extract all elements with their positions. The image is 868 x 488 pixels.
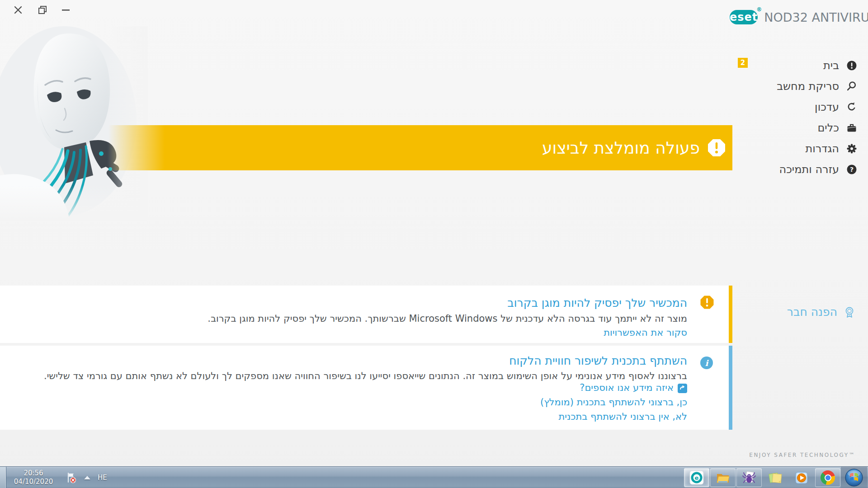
menu-item-update[interactable]: עדכון [694, 97, 857, 117]
taskbar-spider-solitaire-button[interactable] [736, 468, 762, 487]
refer-friend-link[interactable]: הפנה חבר [787, 305, 855, 319]
warning-octagon-icon [700, 295, 714, 311]
briefcase-icon [846, 122, 857, 133]
windows-start-orb-icon [845, 469, 863, 487]
media-player-icon [794, 470, 809, 485]
folder-icon [716, 470, 730, 485]
taskbar-clock[interactable]: 20:56 04/10/2020 [9, 469, 58, 486]
eset-nod32-window: eset ® NOD32 ANTIVIRUS [0, 0, 868, 488]
banner-title: פעולה מומלצת לביצוע [542, 139, 700, 157]
help-icon: ? [846, 164, 857, 175]
join-program-link[interactable]: כן, ברצוני להשתתף בתכנית (מומלץ) [18, 395, 687, 409]
action-center-flag-icon[interactable] [65, 472, 77, 483]
registered-mark: ® [756, 6, 762, 13]
show-desktop-button[interactable] [0, 467, 6, 488]
refresh-icon [846, 102, 857, 113]
product-name: NOD32 ANTIVIRUS [764, 10, 868, 24]
windows-taskbar: 20:56 04/10/2020 HE e [0, 466, 868, 488]
taskbar-chrome-button[interactable] [815, 468, 840, 487]
clock-date: 04/10/2020 [9, 478, 58, 486]
rosette-badge-icon [844, 306, 855, 318]
search-icon [846, 81, 857, 92]
brand-logo: eset ® NOD32 ANTIVIRUS [730, 9, 861, 25]
home-alert-count-badge: 2 [738, 58, 748, 68]
taskbar-explorer-button[interactable] [710, 468, 736, 487]
sticky-notes-icon [768, 470, 783, 485]
menu-item-label: הגדרות [805, 142, 839, 155]
eset-logo: eset ® [730, 10, 758, 24]
decline-program-link[interactable]: לא, אין ברצוני להשתתף בתכנית [18, 410, 687, 423]
warning-octagon-icon [707, 138, 726, 157]
menu-item-label: עזרה ותמיכה [779, 163, 839, 176]
menu-item-computer-scan[interactable]: סריקת מחשב [694, 76, 857, 97]
menu-item-home[interactable]: בית [694, 55, 857, 76]
info-accent-bar [729, 346, 732, 430]
card-body: מוצר זה לא ייתמך עוד בגרסה הלא עדכנית של… [18, 312, 687, 325]
spider-solitaire-icon [742, 470, 756, 485]
what-info-collected-link[interactable]: איזה מידע אנו אוספים? [18, 381, 687, 394]
language-indicator[interactable]: HE [98, 474, 107, 482]
refer-friend-label: הפנה חבר [787, 305, 837, 319]
link-label: איזה מידע אנו אוספים? [580, 381, 674, 394]
recommended-action-banner: פעולה מומלצת לביצוע [108, 125, 732, 170]
svg-text:?: ? [850, 166, 854, 173]
gear-icon [846, 143, 857, 154]
info-circle-icon: i [700, 356, 713, 371]
review-options-link[interactable]: סקור את האפשרויות [18, 326, 687, 339]
notification-card-customer-program: i השתתף בתכנית לשיפור חוויית הלקוח ברצונ… [0, 346, 732, 430]
minimize-icon[interactable] [60, 5, 71, 15]
show-hidden-icons-button[interactable] [84, 476, 90, 479]
warning-accent-bar [729, 286, 732, 343]
eset-logo-text: eset [730, 11, 758, 23]
svg-text:e: e [695, 474, 699, 481]
info-collect-arrow-icon [678, 383, 687, 393]
menu-item-label: סריקת מחשב [777, 80, 839, 93]
restore-icon[interactable] [37, 5, 48, 15]
taskbar-media-player-button[interactable] [789, 468, 814, 487]
start-button[interactable] [841, 467, 867, 488]
close-icon[interactable] [13, 5, 24, 15]
eset-icon: e [689, 470, 704, 485]
taskbar-apps: e [684, 467, 867, 488]
eset-tagline: ENJOY SAFER TECHNOLOGY™ [749, 452, 855, 458]
eset-robot-mascot [0, 26, 148, 221]
card-title: המכשיר שלך יפסיק להיות מוגן בקרוב [18, 296, 687, 310]
alert-circle-icon [846, 60, 857, 71]
chrome-icon [821, 470, 835, 485]
menu-item-label: כלים [817, 122, 839, 134]
clock-time: 20:56 [9, 469, 58, 478]
system-tray: 20:56 04/10/2020 HE [9, 467, 107, 488]
notification-card-protection-warning: המכשיר שלך יפסיק להיות מוגן בקרוב מוצר ז… [0, 286, 732, 343]
menu-item-label: עדכון [815, 101, 839, 113]
taskbar-sticky-notes-button[interactable] [763, 468, 788, 487]
card-title: השתתף בתכנית לשיפור חוויית הלקוח [18, 354, 687, 368]
menu-item-label: בית [823, 59, 839, 72]
taskbar-eset-button[interactable]: e [684, 468, 709, 487]
